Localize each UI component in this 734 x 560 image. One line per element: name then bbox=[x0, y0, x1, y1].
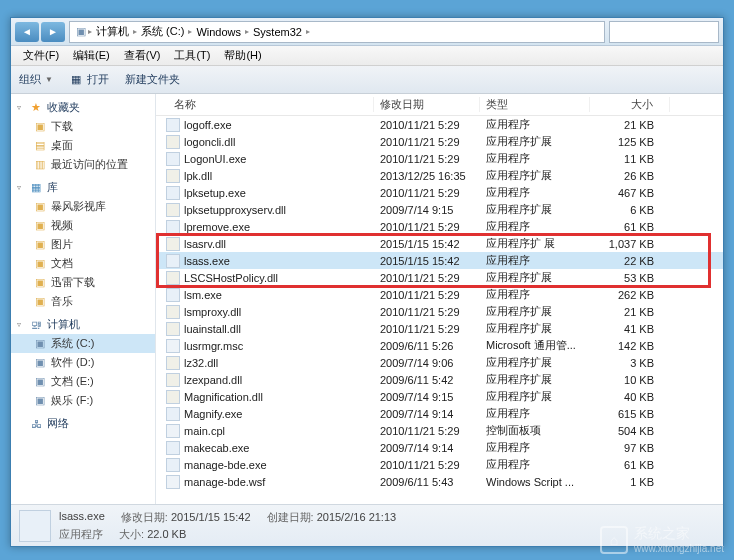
file-name: LogonUI.exe bbox=[184, 153, 246, 165]
table-row[interactable]: logoncli.dll2010/11/21 5:29应用程序扩展125 KB bbox=[156, 133, 723, 150]
file-icon bbox=[166, 271, 180, 285]
sidebar-item-drive-c[interactable]: ▣系统 (C:) bbox=[11, 334, 155, 353]
sidebar-item-downloads[interactable]: ▣下载 bbox=[11, 117, 155, 136]
file-type: Microsoft 通用管... bbox=[480, 338, 590, 353]
menu-tools[interactable]: 工具(T) bbox=[168, 48, 216, 63]
main-area: ▿★收藏夹 ▣下载 ▤桌面 ▥最近访问的位置 ▿▦库 ▣暴风影视库 ▣视频 ▣图… bbox=[11, 94, 723, 504]
menu-edit[interactable]: 编辑(E) bbox=[67, 48, 116, 63]
open-button[interactable]: ▦打开 bbox=[69, 72, 109, 87]
desktop-icon: ▤ bbox=[33, 139, 47, 153]
folder-icon: ▣ bbox=[33, 219, 47, 233]
table-row[interactable]: lz32.dll2009/7/14 9:06应用程序扩展3 KB bbox=[156, 354, 723, 371]
sidebar-item-music[interactable]: ▣音乐 bbox=[11, 292, 155, 311]
breadcrumb-drive[interactable]: 系统 (C:) bbox=[137, 24, 188, 39]
sidebar-favorites[interactable]: ▿★收藏夹 bbox=[11, 98, 155, 117]
sidebar-item-video-lib[interactable]: ▣暴风影视库 bbox=[11, 197, 155, 216]
breadcrumb-computer[interactable]: 计算机 bbox=[92, 24, 133, 39]
file-type: 应用程序 bbox=[480, 151, 590, 166]
file-icon bbox=[166, 118, 180, 132]
file-type: 应用程序扩展 bbox=[480, 304, 590, 319]
file-size: 262 KB bbox=[590, 289, 670, 301]
file-size: 21 KB bbox=[590, 306, 670, 318]
address-bar[interactable]: ▣ ▸ 计算机 ▸ 系统 (C:) ▸ Windows ▸ System32 ▸ bbox=[69, 21, 605, 43]
file-type: 应用程序 bbox=[480, 440, 590, 455]
search-input[interactable] bbox=[609, 21, 719, 43]
sidebar-item-documents[interactable]: ▣文档 bbox=[11, 254, 155, 273]
chevron-right-icon: ▸ bbox=[306, 27, 310, 36]
newfolder-button[interactable]: 新建文件夹 bbox=[125, 72, 180, 87]
table-row[interactable]: manage-bde.exe2010/11/21 5:29应用程序61 KB bbox=[156, 456, 723, 473]
file-rows: logoff.exe2010/11/21 5:29应用程序21 KBlogonc… bbox=[156, 116, 723, 504]
file-icon bbox=[166, 288, 180, 302]
back-button[interactable]: ◄ bbox=[15, 22, 39, 42]
file-icon bbox=[166, 407, 180, 421]
drive-icon: ▣ bbox=[33, 375, 47, 389]
col-name[interactable]: 名称 bbox=[156, 97, 374, 112]
sidebar-computer[interactable]: ▿🖳计算机 bbox=[11, 315, 155, 334]
table-row[interactable]: lsmproxy.dll2010/11/21 5:29应用程序扩展21 KB bbox=[156, 303, 723, 320]
watermark-logo-icon: ⌂ bbox=[600, 526, 628, 554]
table-row[interactable]: luainstall.dll2010/11/21 5:29应用程序扩展41 KB bbox=[156, 320, 723, 337]
menu-bar: 文件(F) 编辑(E) 查看(V) 工具(T) 帮助(H) bbox=[11, 46, 723, 66]
file-type: 应用程序扩展 bbox=[480, 321, 590, 336]
table-row[interactable]: lsasrv.dll2015/1/15 15:42应用程序扩 展1,037 KB bbox=[156, 235, 723, 252]
forward-button[interactable]: ► bbox=[41, 22, 65, 42]
file-type: 控制面板项 bbox=[480, 423, 590, 438]
table-row[interactable]: Magnification.dll2009/7/14 9:15应用程序扩展40 … bbox=[156, 388, 723, 405]
file-icon bbox=[166, 475, 180, 489]
table-row[interactable]: lsass.exe2015/1/15 15:42应用程序22 KB bbox=[156, 252, 723, 269]
file-date: 2009/7/14 9:15 bbox=[374, 204, 480, 216]
file-date: 2013/12/25 16:35 bbox=[374, 170, 480, 182]
table-row[interactable]: manage-bde.wsf2009/6/11 5:43Windows Scri… bbox=[156, 473, 723, 490]
table-row[interactable]: lpksetupproxyserv.dll2009/7/14 9:15应用程序扩… bbox=[156, 201, 723, 218]
table-row[interactable]: LogonUI.exe2010/11/21 5:29应用程序11 KB bbox=[156, 150, 723, 167]
menu-help[interactable]: 帮助(H) bbox=[218, 48, 267, 63]
sidebar-item-desktop[interactable]: ▤桌面 bbox=[11, 136, 155, 155]
toolbar: 组织▼ ▦打开 新建文件夹 bbox=[11, 66, 723, 94]
file-date: 2010/11/21 5:29 bbox=[374, 425, 480, 437]
file-type: Windows Script ... bbox=[480, 476, 590, 488]
breadcrumb-system32[interactable]: System32 bbox=[249, 26, 306, 38]
table-row[interactable]: makecab.exe2009/7/14 9:14应用程序97 KB bbox=[156, 439, 723, 456]
file-icon bbox=[166, 305, 180, 319]
folder-icon: ▣ bbox=[33, 120, 47, 134]
table-row[interactable]: lusrmgr.msc2009/6/11 5:26Microsoft 通用管..… bbox=[156, 337, 723, 354]
breadcrumb-windows[interactable]: Windows bbox=[192, 26, 245, 38]
file-type: 应用程序扩展 bbox=[480, 202, 590, 217]
organize-button[interactable]: 组织▼ bbox=[19, 72, 53, 87]
table-row[interactable]: lzexpand.dll2009/6/11 5:42应用程序扩展10 KB bbox=[156, 371, 723, 388]
col-type[interactable]: 类型 bbox=[480, 97, 590, 112]
sidebar-item-pictures[interactable]: ▣图片 bbox=[11, 235, 155, 254]
table-row[interactable]: lpremove.exe2010/11/21 5:29应用程序61 KB bbox=[156, 218, 723, 235]
sidebar-libraries[interactable]: ▿▦库 bbox=[11, 178, 155, 197]
table-row[interactable]: lpksetup.exe2010/11/21 5:29应用程序467 KB bbox=[156, 184, 723, 201]
sidebar-item-drive-f[interactable]: ▣娱乐 (F:) bbox=[11, 391, 155, 410]
sidebar-item-drive-d[interactable]: ▣软件 (D:) bbox=[11, 353, 155, 372]
open-icon: ▦ bbox=[69, 73, 83, 87]
table-row[interactable]: lsm.exe2010/11/21 5:29应用程序262 KB bbox=[156, 286, 723, 303]
sidebar-item-xunlei[interactable]: ▣迅雷下载 bbox=[11, 273, 155, 292]
menu-file[interactable]: 文件(F) bbox=[17, 48, 65, 63]
drive-icon: ▣ bbox=[33, 337, 47, 351]
file-date: 2009/7/14 9:15 bbox=[374, 391, 480, 403]
menu-view[interactable]: 查看(V) bbox=[118, 48, 167, 63]
sidebar-item-drive-e[interactable]: ▣文档 (E:) bbox=[11, 372, 155, 391]
file-date: 2009/7/14 9:06 bbox=[374, 357, 480, 369]
table-row[interactable]: logoff.exe2010/11/21 5:29应用程序21 KB bbox=[156, 116, 723, 133]
table-row[interactable]: LSCSHostPolicy.dll2010/11/21 5:29应用程序扩展5… bbox=[156, 269, 723, 286]
file-name: logoncli.dll bbox=[184, 136, 235, 148]
col-date[interactable]: 修改日期 bbox=[374, 97, 480, 112]
file-type: 应用程序 bbox=[480, 406, 590, 421]
col-size[interactable]: 大小 bbox=[590, 97, 670, 112]
table-row[interactable]: main.cpl2010/11/21 5:29控制面板项504 KB bbox=[156, 422, 723, 439]
table-row[interactable]: Magnify.exe2009/7/14 9:14应用程序615 KB bbox=[156, 405, 723, 422]
sidebar-item-recent[interactable]: ▥最近访问的位置 bbox=[11, 155, 155, 174]
sidebar-network[interactable]: 🖧网络 bbox=[11, 414, 155, 433]
file-type: 应用程序 bbox=[480, 185, 590, 200]
file-icon bbox=[166, 169, 180, 183]
file-icon bbox=[166, 339, 180, 353]
sidebar-item-videos[interactable]: ▣视频 bbox=[11, 216, 155, 235]
file-name: lsmproxy.dll bbox=[184, 306, 241, 318]
sidebar: ▿★收藏夹 ▣下载 ▤桌面 ▥最近访问的位置 ▿▦库 ▣暴风影视库 ▣视频 ▣图… bbox=[11, 94, 156, 504]
table-row[interactable]: lpk.dll2013/12/25 16:35应用程序扩展26 KB bbox=[156, 167, 723, 184]
